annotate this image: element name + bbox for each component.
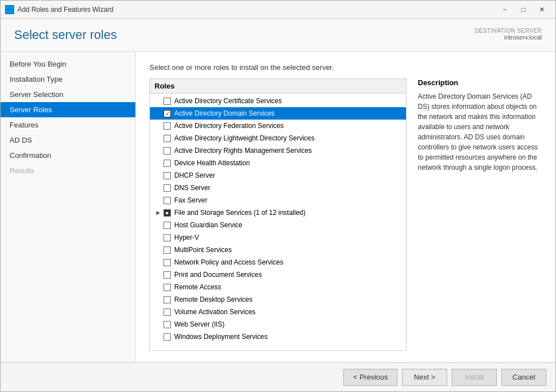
checkbox-wds[interactable] bbox=[164, 333, 171, 341]
role-item-ra[interactable]: Remote Access bbox=[150, 281, 406, 293]
sidebar-item-confirmation[interactable]: Confirmation bbox=[1, 148, 135, 163]
role-item-pds[interactable]: Print and Document Services bbox=[150, 268, 406, 281]
checkbox-adcs[interactable] bbox=[164, 98, 171, 105]
checkbox-hgs[interactable] bbox=[164, 222, 171, 229]
role-label-rds: Remote Desktop Services bbox=[174, 296, 253, 303]
sidebar-item-features[interactable]: Features bbox=[1, 117, 135, 133]
app-icon bbox=[5, 5, 14, 14]
role-item-dha[interactable]: Device Health Attestation bbox=[150, 157, 406, 169]
instruction-text: Select one or more roles to install on t… bbox=[149, 63, 542, 72]
role-item-hyperv[interactable]: Hyper-V bbox=[150, 231, 406, 244]
expand-icon-fas[interactable]: ▶ bbox=[155, 209, 161, 216]
next-button[interactable]: Next > bbox=[402, 369, 447, 386]
checkbox-ra[interactable] bbox=[164, 284, 171, 291]
checkbox-dhcp[interactable] bbox=[164, 172, 171, 179]
checkbox-adds[interactable] bbox=[164, 110, 171, 117]
role-label-adlds: Active Directory Lightweight Directory S… bbox=[174, 134, 315, 142]
description-header: Description bbox=[418, 78, 542, 87]
role-label-hyperv: Hyper-V bbox=[174, 234, 199, 241]
cancel-button[interactable]: Cancel bbox=[501, 369, 546, 386]
minimize-button[interactable]: − bbox=[496, 3, 514, 16]
expand-icon-mps bbox=[155, 246, 161, 253]
expand-icon-hyperv bbox=[155, 234, 161, 241]
checkbox-mps[interactable] bbox=[164, 246, 171, 254]
title-bar: Add Roles and Features Wizard − □ ✕ bbox=[1, 1, 555, 19]
role-label-adds: Active Directory Domain Services bbox=[174, 109, 275, 117]
checkbox-pds[interactable] bbox=[164, 271, 171, 279]
role-label-wds: Windows Deployment Services bbox=[174, 333, 267, 341]
wizard-header: Select server roles DESTINATION SERVER i… bbox=[1, 19, 555, 52]
checkbox-adlds[interactable] bbox=[164, 135, 171, 142]
role-label-mps: MultiPoint Services bbox=[174, 246, 232, 254]
role-item-wds[interactable]: Windows Deployment Services bbox=[150, 331, 406, 343]
expand-icon-adfs bbox=[155, 122, 161, 129]
page-title: Select server roles bbox=[14, 28, 117, 42]
maximize-button[interactable]: □ bbox=[514, 3, 532, 16]
description-text: Active Directory Domain Services (AD DS)… bbox=[418, 91, 542, 173]
expand-icon-adcs bbox=[155, 98, 161, 104]
wizard-footer: < Previous Next > Install Cancel bbox=[1, 362, 555, 391]
roles-header: Roles bbox=[150, 79, 406, 94]
role-item-mps[interactable]: MultiPoint Services bbox=[150, 244, 406, 256]
two-col-layout: Roles Active Directory Certificate Servi… bbox=[149, 78, 542, 351]
role-label-npas: Network Policy and Access Services bbox=[174, 258, 283, 266]
role-label-iis: Web Server (IIS) bbox=[174, 320, 224, 328]
role-item-adrms[interactable]: Active Directory Rights Management Servi… bbox=[150, 144, 406, 157]
expand-icon-wds bbox=[155, 333, 161, 340]
wizard-window: Add Roles and Features Wizard − □ ✕ Sele… bbox=[0, 0, 556, 392]
role-item-adcs[interactable]: Active Directory Certificate Services bbox=[150, 95, 406, 107]
svg-rect-1 bbox=[10, 6, 13, 9]
checkbox-dha[interactable] bbox=[164, 160, 171, 167]
roles-list[interactable]: Active Directory Certificate Services Ac… bbox=[150, 94, 406, 350]
description-panel: Description Active Directory Domain Serv… bbox=[418, 78, 542, 351]
main-layout: Before You Begin Installation Type Serve… bbox=[1, 52, 555, 362]
install-button[interactable]: Install bbox=[452, 369, 497, 386]
checkbox-rds[interactable] bbox=[164, 296, 171, 303]
sidebar-item-ad-ds[interactable]: AD DS bbox=[1, 133, 135, 148]
expand-icon-pds bbox=[155, 271, 161, 278]
sidebar-item-server-roles[interactable]: Server Roles bbox=[1, 102, 135, 117]
role-label-fax: Fax Server bbox=[174, 196, 208, 204]
role-item-iis[interactable]: Web Server (IIS) bbox=[150, 318, 406, 331]
checkbox-iis[interactable] bbox=[164, 321, 171, 328]
sidebar-item-installation-type[interactable]: Installation Type bbox=[1, 72, 135, 87]
main-content: Select one or more roles to install on t… bbox=[136, 52, 555, 362]
role-item-hgs[interactable]: Host Guardian Service bbox=[150, 219, 406, 231]
close-button[interactable]: ✕ bbox=[533, 3, 551, 16]
checkbox-adrms[interactable] bbox=[164, 147, 171, 155]
sidebar-item-server-selection[interactable]: Server Selection bbox=[1, 87, 135, 102]
sidebar-item-before-you-begin[interactable]: Before You Begin bbox=[1, 56, 135, 72]
title-bar-controls: − □ ✕ bbox=[496, 3, 551, 16]
checkbox-fax[interactable] bbox=[164, 197, 171, 204]
sidebar-item-results: Results bbox=[1, 163, 135, 178]
checkbox-vas[interactable] bbox=[164, 309, 171, 316]
role-item-adfs[interactable]: Active Directory Federation Services bbox=[150, 120, 406, 132]
expand-icon-adrms bbox=[155, 147, 161, 154]
role-item-adds[interactable]: Active Directory Domain Services bbox=[150, 107, 406, 120]
checkbox-dns[interactable] bbox=[164, 184, 171, 192]
role-label-fas: File and Storage Services (1 of 12 insta… bbox=[174, 209, 306, 217]
role-item-dns[interactable]: DNS Server bbox=[150, 182, 406, 194]
checkbox-npas[interactable] bbox=[164, 259, 171, 266]
expand-icon-fax bbox=[155, 197, 161, 204]
expand-icon-ra bbox=[155, 284, 161, 290]
role-item-dhcp[interactable]: DHCP Server bbox=[150, 169, 406, 182]
role-item-vas[interactable]: Volume Activation Services bbox=[150, 306, 406, 318]
expand-icon-dns bbox=[155, 184, 161, 191]
role-item-npas[interactable]: Network Policy and Access Services bbox=[150, 256, 406, 268]
role-label-dha: Device Health Attestation bbox=[174, 159, 250, 167]
role-item-fax[interactable]: Fax Server bbox=[150, 194, 406, 206]
checkbox-adfs[interactable] bbox=[164, 122, 171, 130]
destination-server: DESTINATION SERVER introserv.local bbox=[475, 28, 542, 41]
role-item-rds[interactable]: Remote Desktop Services bbox=[150, 293, 406, 306]
role-label-ra: Remote Access bbox=[174, 283, 221, 291]
role-label-dhcp: DHCP Server bbox=[174, 171, 215, 179]
expand-icon-hgs bbox=[155, 222, 161, 228]
expand-icon-dhcp bbox=[155, 172, 161, 179]
expand-icon-vas bbox=[155, 309, 161, 315]
role-item-fas[interactable]: ▶ File and Storage Services (1 of 12 ins… bbox=[150, 206, 406, 219]
checkbox-hyperv[interactable] bbox=[164, 234, 171, 241]
role-item-adlds[interactable]: Active Directory Lightweight Directory S… bbox=[150, 132, 406, 144]
checkbox-fas[interactable] bbox=[164, 209, 171, 217]
previous-button[interactable]: < Previous bbox=[343, 369, 398, 386]
